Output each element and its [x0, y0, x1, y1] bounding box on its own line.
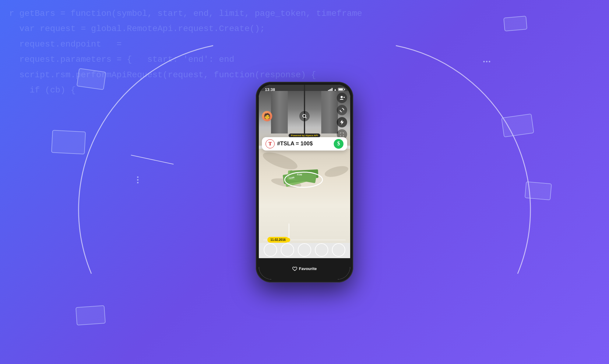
svg-text:$100: $100	[297, 173, 302, 176]
status-icons: ▲	[328, 88, 344, 91]
battery-icon	[338, 88, 344, 91]
phone-screen: 13:38 ▲ 🧑	[259, 85, 350, 279]
rotate-button[interactable]	[337, 105, 347, 115]
phone-mockup: 13:38 ▲ 🧑	[256, 82, 353, 283]
filter-row	[259, 243, 350, 257]
filter-circle-5[interactable]	[332, 243, 345, 257]
heart-icon	[292, 267, 297, 271]
filter-circle-4[interactable]	[315, 243, 328, 257]
signal-icon	[328, 88, 333, 91]
deco-rect-left-mid	[51, 130, 86, 154]
three-dots-left	[137, 176, 139, 183]
deco-rect-right-bottom	[525, 181, 552, 200]
stock-widget[interactable]: T #TSLA = 100$ $	[262, 137, 347, 151]
date-tag: 11.02.2016	[267, 237, 289, 243]
deco-rect-left-top	[76, 68, 106, 90]
favourite-button[interactable]: Favourite	[292, 266, 317, 271]
favourite-label: Favourite	[299, 266, 317, 271]
add-friend-button[interactable]	[337, 93, 347, 103]
svg-point-3	[341, 96, 343, 98]
tesla-logo: T	[266, 139, 275, 148]
svg-line-0	[131, 155, 174, 164]
deco-rect-top-right	[503, 16, 527, 31]
svg-marker-8	[340, 120, 344, 125]
flash-button[interactable]	[337, 117, 347, 127]
status-time: 13:38	[265, 87, 275, 92]
timeline-connector	[289, 224, 289, 239]
money-pile: $100 $100	[282, 158, 327, 190]
money-svg: $100 $100	[282, 158, 327, 188]
snap-toolbar: 🧑	[262, 93, 347, 140]
wifi-icon: ▲	[334, 88, 337, 91]
search-button[interactable]	[299, 111, 310, 121]
phone-body: 13:38 ▲ 🧑	[256, 82, 353, 283]
filter-circle-2[interactable]	[281, 243, 294, 257]
favourite-bar[interactable]: Favourite	[259, 258, 350, 279]
filter-circle-3[interactable]	[298, 243, 311, 257]
dollar-button[interactable]: $	[334, 139, 343, 149]
deco-rect-right-mid	[501, 113, 534, 137]
tesla-t-icon: T	[269, 141, 272, 147]
status-bar: 13:38 ▲	[259, 85, 350, 93]
deco-rect-bottom-left	[76, 305, 106, 325]
svg-line-2	[305, 117, 306, 118]
avatar-button[interactable]: 🧑	[262, 111, 272, 121]
three-dots-right	[483, 61, 490, 62]
filter-circle-1[interactable]	[264, 243, 277, 257]
stock-ticker-text: #TSLA = 100$	[277, 140, 331, 147]
